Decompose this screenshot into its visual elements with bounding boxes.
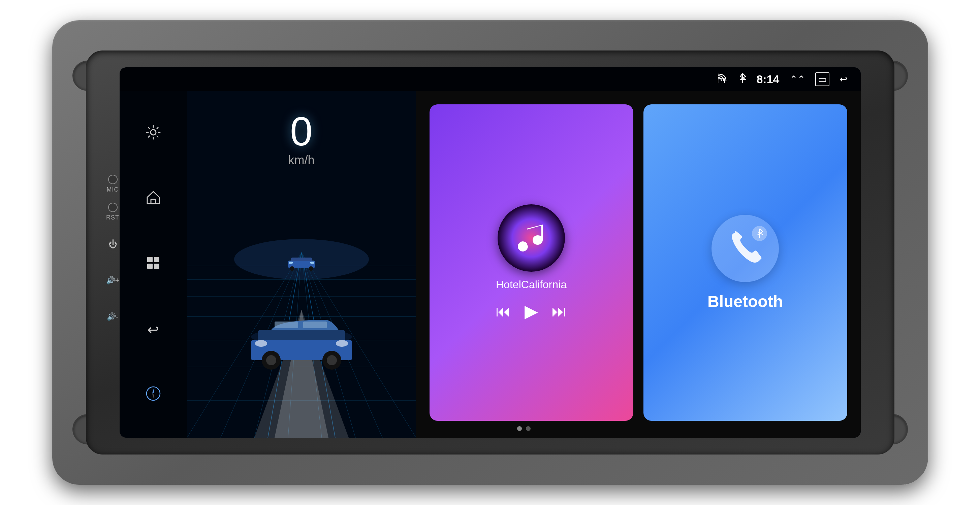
song-title: HotelCalifornia xyxy=(496,278,566,291)
back-nav-icon: ↩ xyxy=(147,321,159,338)
rst-group: RST xyxy=(106,203,119,221)
widget-row: HotelCalifornia ⏮ ▶ xyxy=(430,104,847,421)
svg-rect-3 xyxy=(147,257,153,262)
settings-icon xyxy=(145,124,162,144)
chevron-up-icon: ⌃⌃ xyxy=(790,74,805,85)
screen-content: ↩ xyxy=(119,91,861,438)
svg-point-42 xyxy=(266,355,276,365)
svg-point-46 xyxy=(336,340,348,347)
mic-group: MIC xyxy=(107,175,119,193)
sidebar-item-navigation[interactable] xyxy=(140,381,167,408)
power-button[interactable]: ⏻ xyxy=(99,230,126,257)
music-note-icon xyxy=(513,219,550,257)
car-head-unit: MIC RST ⏻ 🔊+ 🔊- xyxy=(52,20,928,485)
widgets-area: HotelCalifornia ⏮ ▶ xyxy=(416,91,861,438)
svg-rect-4 xyxy=(154,257,159,262)
vol-up-icon: 🔊+ xyxy=(106,276,119,285)
dashboard-area: 0 km/h xyxy=(187,91,416,438)
prev-button[interactable]: ⏮ xyxy=(496,302,511,320)
sidebar-item-back[interactable]: ↩ xyxy=(140,316,167,343)
svg-rect-6 xyxy=(154,264,159,269)
rst-circle xyxy=(108,203,118,212)
svg-rect-40 xyxy=(303,321,327,328)
play-icon: ▶ xyxy=(525,301,538,321)
power-icon: ⏻ xyxy=(108,239,117,249)
bluetooth-card[interactable]: Bluetooth xyxy=(643,104,847,421)
vol-up-button[interactable]: 🔊+ xyxy=(99,267,126,294)
window-icon[interactable]: ▭ xyxy=(815,72,829,86)
next-button[interactable]: ⏭ xyxy=(552,302,567,320)
music-card[interactable]: HotelCalifornia ⏮ ▶ xyxy=(430,104,633,421)
bluetooth-label: Bluetooth xyxy=(708,292,783,311)
bluetooth-circle xyxy=(711,215,779,282)
speed-display: 0 km/h xyxy=(288,111,314,167)
bt-badge-icon xyxy=(756,228,764,239)
speed-unit: km/h xyxy=(288,153,314,167)
cast-icon xyxy=(718,73,729,85)
main-screen: 8:14 ⌃⌃ ▭ ↩ xyxy=(119,67,861,438)
side-panel: MIC RST ⏻ 🔊+ 🔊- xyxy=(99,175,126,330)
nav-sidebar: ↩ xyxy=(119,91,187,438)
sidebar-item-settings[interactable] xyxy=(140,120,167,147)
svg-point-45 xyxy=(255,340,267,347)
next-icon: ⏭ xyxy=(552,302,567,320)
bt-status-icon xyxy=(739,73,746,86)
music-controls: ⏮ ▶ ⏭ xyxy=(496,301,567,321)
apps-icon xyxy=(146,255,161,274)
svg-rect-5 xyxy=(147,264,153,269)
home-icon xyxy=(146,190,161,208)
page-dots xyxy=(517,426,531,431)
svg-point-32 xyxy=(290,266,294,271)
sidebar-item-home[interactable] xyxy=(140,186,167,213)
svg-rect-39 xyxy=(275,321,298,328)
svg-rect-34 xyxy=(289,262,293,264)
navigation-icon xyxy=(145,385,162,405)
back-icon[interactable]: ↩ xyxy=(840,74,847,85)
vol-down-icon: 🔊- xyxy=(107,313,118,321)
rst-label: RST xyxy=(106,214,119,221)
svg-rect-35 xyxy=(310,262,314,264)
mic-label: MIC xyxy=(107,186,119,193)
status-time: 8:14 xyxy=(756,73,779,86)
svg-point-33 xyxy=(309,266,313,271)
bt-badge xyxy=(752,226,767,241)
music-card-inner: HotelCalifornia ⏮ ▶ xyxy=(440,204,623,321)
speed-number: 0 xyxy=(288,111,314,151)
svg-point-1 xyxy=(151,130,156,135)
mic-circle xyxy=(108,175,118,184)
page-dot-2 xyxy=(526,426,531,431)
prev-icon: ⏮ xyxy=(496,302,511,320)
play-button[interactable]: ▶ xyxy=(525,301,538,321)
music-disc xyxy=(498,204,565,272)
main-content: 0 km/h xyxy=(187,91,861,438)
svg-point-44 xyxy=(327,355,337,365)
bt-icon-wrapper xyxy=(729,229,762,268)
inner-bezel: MIC RST ⏻ 🔊+ 🔊- xyxy=(86,51,894,454)
page-dot-1 xyxy=(517,426,522,431)
vol-down-button[interactable]: 🔊- xyxy=(99,303,126,330)
svg-rect-2 xyxy=(151,199,156,204)
status-bar: 8:14 ⌃⌃ ▭ ↩ xyxy=(119,67,861,91)
sidebar-item-apps[interactable] xyxy=(140,251,167,278)
